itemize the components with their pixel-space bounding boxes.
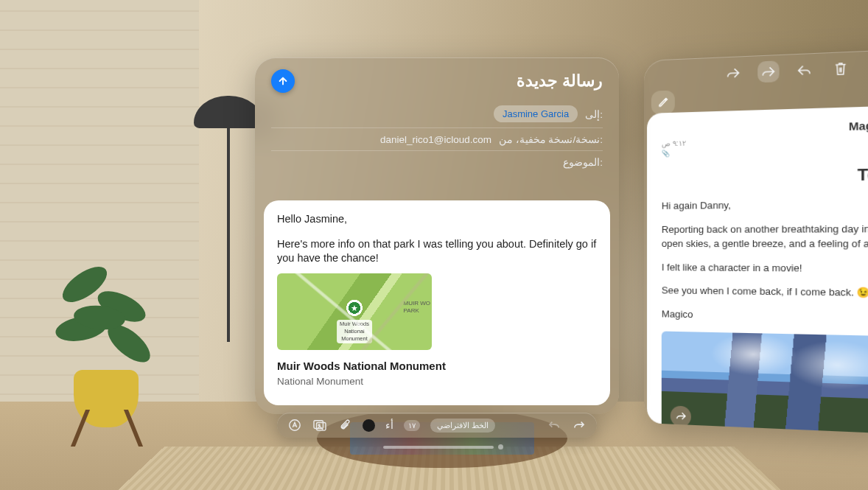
format-toolbar: أء ١٧ الخط الافتراضي xyxy=(277,413,597,438)
share-forward-icon[interactable] xyxy=(723,62,744,84)
attachment-icon[interactable] xyxy=(337,418,352,433)
cc-row[interactable]: daniel_rico1@icloud.com نسخة/نسخة مخفية،… xyxy=(255,128,619,150)
reply-share-icon[interactable] xyxy=(757,60,779,83)
reader-p1: Hi again Danny, xyxy=(662,197,868,214)
reader-p4: See you when I come back, if I come back… xyxy=(662,284,868,301)
compose-new-button[interactable] xyxy=(651,90,675,114)
body-greeting: Hello Jasmine, xyxy=(277,212,597,227)
photo-insert-icon[interactable] xyxy=(312,418,327,433)
map-side-label: MUIR WO PARK xyxy=(404,300,430,316)
trash-icon[interactable] xyxy=(830,57,852,80)
font-size-indicator[interactable]: ١٧ xyxy=(404,420,420,431)
window-close-dot[interactable] xyxy=(498,444,503,449)
to-row[interactable]: Jasmine Garcia إلى: xyxy=(255,100,619,127)
recipient-chip[interactable]: Jasmine Garcia xyxy=(494,105,578,122)
reader-signature: Magico xyxy=(662,308,868,326)
reader-attachment-photo[interactable] xyxy=(662,331,868,434)
window-grabber[interactable] xyxy=(383,446,494,449)
send-button[interactable] xyxy=(271,69,295,93)
svg-point-3 xyxy=(318,424,320,426)
subject-row[interactable]: الموضوع: xyxy=(255,151,619,173)
text-color-swatch[interactable] xyxy=(363,419,375,432)
reader-p3: I felt like a character in a movie! xyxy=(662,261,868,276)
undo-icon[interactable] xyxy=(547,418,561,433)
map-preview[interactable]: ★ Muir Woods National Monument MUIR WO P… xyxy=(277,273,432,350)
map-pin-star-icon: ★ xyxy=(351,302,358,313)
mail-reader-window: Magico ٩:١٢ ص 📎 Toda Hi again Danny, Rep… xyxy=(644,49,868,434)
body-paragraph: Here's more info on that park I was tell… xyxy=(277,237,597,266)
subject-label: الموضوع: xyxy=(563,156,603,168)
from-email: daniel_rico1@icloud.com xyxy=(380,134,491,145)
compose-window: رسالة جديدة Jasmine Garcia إلى: daniel_r… xyxy=(255,57,619,414)
photo-share-icon[interactable] xyxy=(671,405,691,427)
markup-icon[interactable] xyxy=(287,418,302,433)
reader-message-body: Magico ٩:١٢ ص 📎 Toda Hi again Danny, Rep… xyxy=(647,105,868,434)
reader-subject: Toda xyxy=(662,162,868,189)
text-size-button[interactable]: أء xyxy=(385,419,393,431)
to-label: إلى: xyxy=(585,108,603,120)
rich-link-subtitle: National Monument xyxy=(277,375,597,388)
font-picker[interactable]: الخط الافتراضي xyxy=(430,419,495,433)
rich-link-title[interactable]: Muir Woods National Monument xyxy=(277,359,597,374)
reader-p2: Reporting back on another breathtaking d… xyxy=(662,223,868,252)
reply-icon[interactable] xyxy=(794,59,816,81)
compose-title: رسالة جديدة xyxy=(517,71,603,91)
svg-rect-2 xyxy=(317,422,326,430)
reader-toolbar xyxy=(644,49,868,93)
redo-icon[interactable] xyxy=(572,418,587,433)
compose-body[interactable]: Hello Jasmine, Here's more info on that … xyxy=(264,200,610,405)
map-pin-label: Muir Woods National Monument xyxy=(337,320,372,344)
cc-label: نسخة/نسخة مخفية، من: xyxy=(499,133,603,145)
